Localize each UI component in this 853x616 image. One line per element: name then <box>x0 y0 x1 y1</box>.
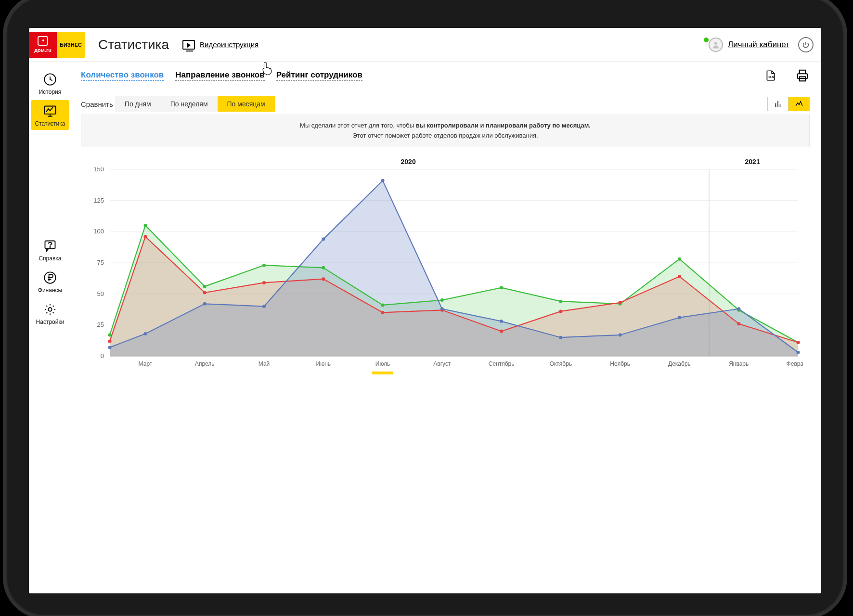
svg-point-62 <box>678 316 681 319</box>
svg-point-0 <box>714 42 717 45</box>
sidebar-item-finance[interactable]: Финансы <box>31 267 69 296</box>
svg-point-6 <box>48 308 52 311</box>
logout-button[interactable] <box>798 37 814 52</box>
main-content: Количество звонков Направление звонков Р… <box>71 62 821 593</box>
svg-text:75: 75 <box>97 259 104 266</box>
svg-text:Февраль: Февраль <box>787 360 803 367</box>
banner-line1a: Мы сделали этот отчет для того, чтобы <box>300 122 416 129</box>
svg-point-51 <box>797 341 800 344</box>
svg-point-30 <box>322 266 325 269</box>
page-title: Статистика <box>98 37 169 52</box>
tab-calls-count[interactable]: Количество звонков <box>81 70 164 81</box>
video-instruction-link[interactable]: Видеоинструкция <box>182 40 258 50</box>
segment-by-days[interactable]: По дням <box>115 96 161 112</box>
svg-text:Июль: Июль <box>375 360 390 367</box>
video-instruction-label: Видеоинструкция <box>200 40 258 49</box>
svg-text:Май: Май <box>258 360 270 367</box>
sidebar-item-history[interactable]: История <box>31 68 69 98</box>
sidebar-item-label: Статистика <box>35 120 65 127</box>
svg-point-28 <box>203 284 207 288</box>
app-body: История Статистика Справка <box>29 62 821 593</box>
svg-point-43 <box>322 277 325 281</box>
tab-calls-direction[interactable]: Направление звонков <box>175 70 264 81</box>
svg-point-63 <box>737 307 740 310</box>
info-banner: Мы сделали этот отчет для того, чтобы вы… <box>81 115 810 147</box>
svg-text:50: 50 <box>97 290 104 297</box>
app-header: дом.ru БИЗНЕС Статистика Видеоинструкция… <box>29 28 821 62</box>
account-label: Личный кабинет <box>728 40 789 50</box>
svg-text:Январь: Январь <box>729 360 749 367</box>
svg-text:Июнь: Июнь <box>316 360 331 367</box>
svg-point-34 <box>559 299 562 303</box>
brand-logo-yellow: БИЗНЕС <box>57 32 85 58</box>
svg-text:0: 0 <box>101 352 104 359</box>
banner-line2: Этот отчет поможет работе отделов продаж… <box>91 131 800 141</box>
svg-point-33 <box>500 286 503 289</box>
svg-point-40 <box>143 235 147 238</box>
play-monitor-icon <box>182 40 195 50</box>
sidebar-item-label: Настройки <box>36 319 65 325</box>
help-icon <box>43 239 57 253</box>
svg-point-41 <box>203 291 207 294</box>
svg-point-60 <box>559 335 562 339</box>
svg-point-56 <box>322 237 325 241</box>
view-line-button[interactable] <box>788 97 810 111</box>
brand-red-label: дом.ru <box>34 47 52 53</box>
svg-point-58 <box>440 307 444 310</box>
svg-text:Август: Август <box>433 360 451 367</box>
svg-point-54 <box>203 302 207 305</box>
chart-monitor-icon <box>43 104 57 118</box>
year-2020-label: 2020 <box>401 158 416 166</box>
svg-rect-77 <box>372 372 393 374</box>
compare-label: Сравнить <box>81 100 113 108</box>
segment-by-weeks[interactable]: По неделям <box>161 96 218 112</box>
svg-point-27 <box>143 223 147 227</box>
svg-point-57 <box>381 179 385 182</box>
svg-text:XLS: XLS <box>768 76 774 78</box>
tab-employee-rating[interactable]: Рейтинг сотрудников <box>276 70 362 81</box>
svg-text:Март: Март <box>139 360 153 367</box>
svg-point-46 <box>500 329 503 333</box>
report-tabs: Количество звонков Направление звонков Р… <box>81 68 810 83</box>
svg-point-47 <box>559 309 562 313</box>
print-button[interactable] <box>795 68 810 83</box>
segment-by-months[interactable]: По месяцам <box>218 96 275 112</box>
brand-red-icon <box>38 36 48 46</box>
sidebar: История Статистика Справка <box>29 62 71 593</box>
brand-logo[interactable]: дом.ru БИЗНЕС <box>29 32 85 58</box>
view-bar-button[interactable] <box>767 97 788 111</box>
sidebar-item-settings[interactable]: Настройки <box>31 298 69 328</box>
calls-chart: 0255075100125150МартАпрельМайИюньИюльАвг… <box>81 167 803 374</box>
online-status-icon <box>704 38 709 42</box>
svg-text:Апрель: Апрель <box>195 360 215 367</box>
export-xls-button[interactable]: XLS <box>763 68 778 83</box>
svg-point-44 <box>381 311 385 314</box>
sidebar-item-label: История <box>39 89 62 95</box>
svg-point-48 <box>619 301 622 304</box>
svg-point-61 <box>619 333 622 336</box>
gear-icon <box>43 302 57 317</box>
svg-point-32 <box>440 298 444 302</box>
account-link[interactable]: Личный кабинет <box>699 38 789 52</box>
svg-point-36 <box>678 257 681 260</box>
svg-point-50 <box>737 322 740 325</box>
year-labels: 2020 2021 <box>81 158 810 167</box>
sidebar-item-help[interactable]: Справка <box>31 235 69 265</box>
compare-segmented: По дням По неделям По месяцам <box>115 96 275 112</box>
svg-point-64 <box>797 350 800 354</box>
svg-text:125: 125 <box>93 196 104 204</box>
chart-container: 2020 2021 0255075100125150МартАпрельМайИ… <box>81 158 810 376</box>
avatar <box>709 38 723 52</box>
svg-point-42 <box>262 281 266 284</box>
svg-text:Октябрь: Октябрь <box>550 360 572 367</box>
svg-point-39 <box>108 339 112 343</box>
sidebar-item-label: Справка <box>39 255 61 262</box>
tablet-frame: дом.ru БИЗНЕС Статистика Видеоинструкция… <box>3 0 847 616</box>
svg-point-55 <box>262 305 266 308</box>
svg-point-31 <box>381 303 385 307</box>
banner-line1b: вы контролировали и планировали работу п… <box>416 122 591 129</box>
brand-logo-red: дом.ru <box>29 32 57 58</box>
brand-yellow-label: БИЗНЕС <box>60 42 82 48</box>
sidebar-item-stats[interactable]: Статистика <box>31 100 69 130</box>
svg-text:100: 100 <box>93 228 104 235</box>
